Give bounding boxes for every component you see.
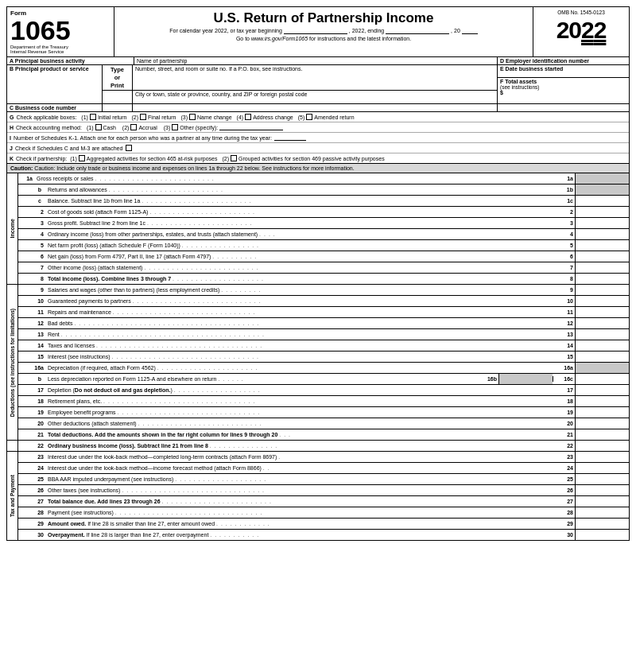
- line-2: 2 Cost of goods sold (attach Form 1125-A…: [18, 207, 629, 218]
- checkbox-k1[interactable]: [79, 155, 85, 161]
- line-15: 15 Interest (see instructions) . . . . .…: [18, 352, 629, 363]
- field-a-value-label: Name of partnership: [134, 57, 498, 64]
- calendar-year-text: For calendar year 2022, or tax year begi…: [121, 28, 526, 34]
- form-number: 1065: [10, 17, 111, 44]
- line-17: 17 Depletion (Do not deduct oil and gas …: [18, 385, 629, 396]
- checkbox-g3[interactable]: [189, 114, 196, 120]
- field-d-label: D Employer identification number: [498, 57, 629, 64]
- line-7: 7 Other income (loss) (attach statement)…: [18, 262, 629, 274]
- line-21: 21 Total deductions. Add the amounts sho…: [18, 429, 629, 440]
- deductions-section-label: Deductions (see instructions for limitat…: [7, 285, 18, 440]
- line-18: 18 Retirement plans, etc. . . . . . . . …: [18, 396, 629, 407]
- line-23: 23 Interest due under the look-back meth…: [18, 452, 629, 463]
- line-14: 14 Taxes and licenses . . . . . . . . . …: [18, 340, 629, 352]
- line-24: 24 Interest due under the look-back meth…: [18, 463, 629, 474]
- line-12: 12 Bad debts . . . . . . . . . . . . . .…: [18, 318, 629, 329]
- field-e-label: E Date business started: [498, 65, 629, 78]
- row-j: J Check if Schedules C and M-3 are attac…: [7, 143, 629, 153]
- checkbox-g2[interactable]: [140, 114, 146, 120]
- line-28: 28 Payment (see instructions) . . . . . …: [18, 507, 629, 519]
- line-4: 4 Ordinary income (loss) from other part…: [18, 229, 629, 240]
- checkbox-g5[interactable]: [306, 114, 312, 120]
- checkbox-k2[interactable]: [231, 155, 237, 161]
- field-f-label: F Total assets (see instructions) $: [498, 78, 629, 103]
- line-5: 5 Net farm profit (loss) (attach Schedul…: [18, 240, 629, 251]
- field-b-value-label: Number, street, and room or suite no. If…: [133, 65, 497, 90]
- line-22: 22 Ordinary business income (loss). Subt…: [7, 441, 629, 452]
- line-1c: c Balance. Subtract line 1b from line 1a…: [18, 196, 629, 207]
- line-16b: b Less depreciation reported on Form 112…: [18, 374, 629, 385]
- irs-text: Internal Revenue Service: [10, 49, 111, 54]
- year-display: 2022: [536, 17, 626, 44]
- line-3: 3 Gross profit. Subtract line 2 from lin…: [18, 218, 629, 229]
- checkbox-h3[interactable]: [172, 124, 178, 130]
- tax-section-label: Tax and Payment: [7, 452, 18, 540]
- row-k: K Check if partnership: (1) Aggregated a…: [7, 153, 629, 163]
- line-25: 25 BBA AAR imputed underpayment (see ins…: [18, 474, 629, 485]
- checkbox-g4[interactable]: [245, 114, 251, 120]
- line-26: 26 Other taxes (see instructions) . . . …: [18, 485, 629, 496]
- line-10: 10 Guaranteed payments to partners . . .…: [18, 296, 629, 307]
- line-11: 11 Repairs and maintenance . . . . . . .…: [18, 307, 629, 318]
- goto-text: Go to www.irs.gov/Form1065 for instructi…: [121, 36, 526, 41]
- line-30: 30 Overpayment. If line 28 is larger tha…: [18, 530, 629, 540]
- checkbox-j[interactable]: [126, 145, 132, 151]
- omb-label: OMB No. 1545-0123: [536, 10, 626, 15]
- line-29: 29 Amount owed. If line 28 is smaller th…: [18, 519, 629, 530]
- line-16a: 16a Depreciation (if required, attach Fo…: [18, 363, 629, 374]
- line-8: 8 Total income (loss). Combine lines 3 t…: [18, 274, 629, 284]
- income-section-label: Income: [7, 173, 18, 284]
- form-title: U.S. Return of Partnership Income: [121, 10, 526, 26]
- line-19: 19 Employee benefit programs . . . . . .…: [18, 407, 629, 418]
- row-i: I Number of Schedules K-1. Attach one fo…: [7, 133, 629, 143]
- checkbox-h1[interactable]: [95, 124, 102, 130]
- field-a-label: A Principal business activity: [7, 57, 134, 64]
- row-h: H Check accounting method: (1) Cash (2) …: [7, 122, 629, 133]
- line-27: 27 Total balance due. Add lines 23 throu…: [18, 496, 629, 507]
- field-c-label: C Business code number: [7, 104, 103, 111]
- checkbox-h2[interactable]: [130, 124, 137, 130]
- line-1b: b Returns and allowances . . . . . . . .…: [18, 185, 629, 196]
- line-1a: 1a Gross receipts or sales . . . . . . .…: [18, 173, 629, 185]
- type-print-label: TypeorPrint: [103, 65, 133, 90]
- row-g: G Check applicable boxes: (1) Initial re…: [7, 112, 629, 122]
- line-20: 20 Other deductions (attach statement) .…: [18, 418, 629, 429]
- checkbox-g1[interactable]: [90, 114, 96, 120]
- field-b-label: B Principal product or service: [7, 65, 103, 103]
- line-6: 6 Net gain (loss) from Form 4797, Part I…: [18, 251, 629, 262]
- line-9: 9 Salaries and wages (other than to part…: [18, 285, 629, 296]
- field-c-value-label: City or town, state or province, country…: [133, 91, 497, 98]
- form-1065-page: Form 1065 Department of the Treasury Int…: [0, 0, 636, 547]
- line-13: 13 Rent . . . . . . . . . . . . . . . . …: [18, 329, 629, 340]
- caution-text: Caution: Caution: Include only trade or …: [6, 164, 630, 173]
